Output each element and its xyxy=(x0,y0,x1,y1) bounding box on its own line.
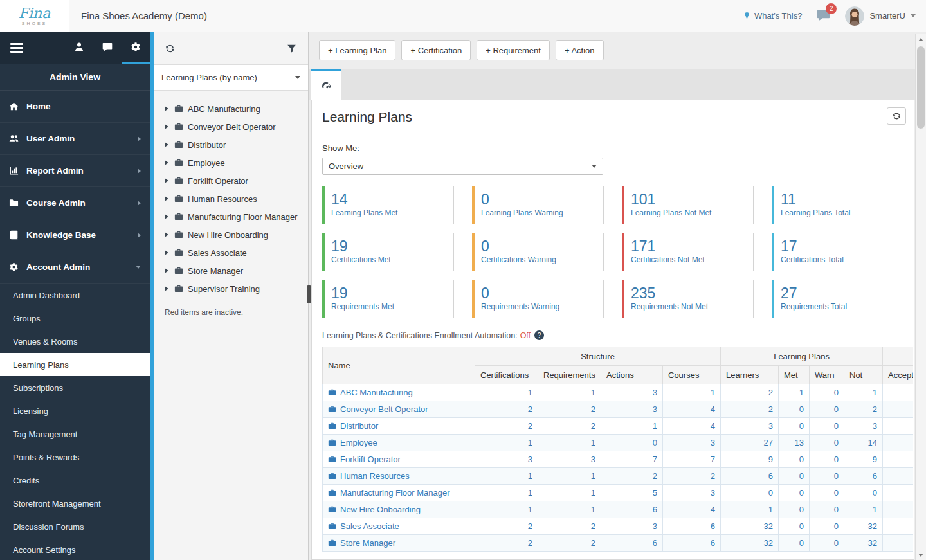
cell-met[interactable]: 13 xyxy=(779,435,810,451)
sidebar-subitem[interactable]: Licensing xyxy=(0,399,150,422)
admin-mode-button[interactable] xyxy=(122,32,150,64)
cell-courses[interactable]: 1 xyxy=(663,384,721,401)
cell-learners[interactable]: 3 xyxy=(721,418,779,435)
expand-arrow-icon[interactable] xyxy=(165,124,168,129)
sidebar-item-user-admin[interactable]: User Admin xyxy=(0,123,150,155)
tree-item[interactable]: ABC Manufacturing xyxy=(154,100,308,118)
cell-not[interactable]: 0 xyxy=(844,485,883,501)
cell-courses[interactable]: 2 xyxy=(663,468,721,485)
cell-learners[interactable]: 32 xyxy=(721,535,779,552)
scrollbar-thumb[interactable] xyxy=(917,46,925,129)
sidebar-item-knowledge-base[interactable]: Knowledge Base xyxy=(0,219,150,251)
add-requirement-button[interactable]: + Requirement xyxy=(477,40,550,60)
cell-actions[interactable]: 1 xyxy=(601,418,663,435)
app-logo[interactable]: Fina SHOES xyxy=(0,0,69,32)
sidebar-item-home[interactable]: Home xyxy=(0,91,150,123)
cell-met[interactable]: 0 xyxy=(779,501,810,518)
learning-plan-link[interactable]: Conveyor Belt Operator xyxy=(340,404,428,414)
cell-courses[interactable]: 3 xyxy=(663,435,721,451)
cell-certifications[interactable]: 1 xyxy=(475,485,538,501)
cell-warn[interactable]: 0 xyxy=(810,501,844,518)
cell-requirements[interactable]: 2 xyxy=(538,418,601,435)
learning-plan-link[interactable]: Manufacturing Floor Manager xyxy=(340,488,450,498)
stat-card[interactable]: 0 Requirements Warning xyxy=(472,280,604,318)
learning-plan-link[interactable]: Human Resources xyxy=(340,471,410,481)
expand-arrow-icon[interactable] xyxy=(165,268,168,273)
help-icon[interactable]: ? xyxy=(534,330,544,340)
cell-certifications[interactable]: 1 xyxy=(475,468,538,485)
expand-arrow-icon[interactable] xyxy=(165,214,168,219)
cell-warn[interactable]: 0 xyxy=(810,468,844,485)
cell-actions[interactable]: 3 xyxy=(601,401,663,418)
cell-met[interactable]: 0 xyxy=(779,401,810,418)
cell-certifications[interactable]: 2 xyxy=(475,401,538,418)
cell-courses[interactable]: 7 xyxy=(663,451,721,468)
cell-requirements[interactable]: 1 xyxy=(538,485,601,501)
add-certification-button[interactable]: + Certification xyxy=(401,40,471,60)
cell-actions[interactable]: 7 xyxy=(601,451,663,468)
cell-certifications[interactable]: 3 xyxy=(475,451,538,468)
cell-met[interactable]: 0 xyxy=(779,518,810,535)
messages-button[interactable]: 2 xyxy=(816,8,831,24)
expand-arrow-icon[interactable] xyxy=(165,160,168,165)
cell-not[interactable]: 32 xyxy=(844,518,883,535)
tree-item[interactable]: Human Resources xyxy=(154,190,308,208)
cell-requirements[interactable]: 1 xyxy=(538,435,601,451)
cell-requirements[interactable]: 1 xyxy=(538,468,601,485)
tree-item[interactable]: Distributor xyxy=(154,136,308,154)
user-mode-button[interactable] xyxy=(65,32,93,64)
refresh-icon[interactable] xyxy=(165,44,175,53)
stat-card[interactable]: 171 Certifications Not Met xyxy=(622,233,754,271)
tab-dashboard[interactable] xyxy=(311,69,341,100)
refresh-button[interactable] xyxy=(887,107,906,125)
sidebar-item-report-admin[interactable]: Report Admin xyxy=(0,155,150,187)
sidebar-subitem[interactable]: Groups xyxy=(0,307,150,330)
tree-sort-dropdown[interactable]: Learning Plans (by name) xyxy=(154,64,308,91)
cell-requirements[interactable]: 3 xyxy=(538,451,601,468)
cell-not[interactable]: 14 xyxy=(844,435,883,451)
cell-warn[interactable]: 0 xyxy=(810,451,844,468)
cell-not[interactable]: 32 xyxy=(844,535,883,552)
cell-learners[interactable]: 1 xyxy=(721,501,779,518)
cell-requirements[interactable]: 1 xyxy=(538,501,601,518)
cell-warn[interactable]: 0 xyxy=(810,485,844,501)
cell-courses[interactable]: 6 xyxy=(663,535,721,552)
cell-not[interactable]: 9 xyxy=(844,451,883,468)
cell-courses[interactable]: 4 xyxy=(663,401,721,418)
add-learning-plan-button[interactable]: + Learning Plan xyxy=(319,40,395,60)
cell-learners[interactable]: 6 xyxy=(721,468,779,485)
cell-learners[interactable]: 0 xyxy=(721,485,779,501)
cell-warn[interactable]: 0 xyxy=(810,518,844,535)
panel-resize-handle[interactable] xyxy=(307,285,311,303)
tree-item[interactable]: Forklift Operator xyxy=(154,172,308,190)
stat-card[interactable]: 17 Certifications Total xyxy=(772,233,903,271)
cell-certifications[interactable]: 2 xyxy=(475,418,538,435)
cell-met[interactable]: 0 xyxy=(779,535,810,552)
cell-learners[interactable]: 32 xyxy=(721,518,779,535)
whats-this-button[interactable]: What's This? xyxy=(743,11,803,21)
learning-plan-link[interactable]: Sales Associate xyxy=(340,521,399,531)
cell-requirements[interactable]: 2 xyxy=(538,535,601,552)
messages-mode-button[interactable] xyxy=(93,32,122,64)
vertical-scrollbar[interactable] xyxy=(915,34,926,560)
sidebar-subitem[interactable]: Storefront Management xyxy=(0,492,150,515)
cell-not[interactable]: 2 xyxy=(844,401,883,418)
cell-met[interactable]: 0 xyxy=(779,418,810,435)
cell-certifications[interactable]: 2 xyxy=(475,535,538,552)
cell-met[interactable]: 0 xyxy=(779,485,810,501)
cell-actions[interactable]: 3 xyxy=(601,518,663,535)
cell-courses[interactable]: 6 xyxy=(663,518,721,535)
stat-card[interactable]: 235 Requirements Not Met xyxy=(622,280,754,318)
cell-not[interactable]: 1 xyxy=(844,384,883,401)
expand-arrow-icon[interactable] xyxy=(165,178,168,183)
sidebar-subitem[interactable]: Tag Management xyxy=(0,422,150,446)
tree-item[interactable]: Conveyor Belt Operator xyxy=(154,118,308,136)
cell-actions[interactable]: 2 xyxy=(601,468,663,485)
show-me-dropdown[interactable]: Overview xyxy=(322,158,603,175)
cell-met[interactable]: 1 xyxy=(779,384,810,401)
sidebar-subitem[interactable]: Subscriptions xyxy=(0,376,150,399)
cell-requirements[interactable]: 2 xyxy=(538,518,601,535)
expand-arrow-icon[interactable] xyxy=(165,232,168,237)
learning-plan-link[interactable]: Forklift Operator xyxy=(340,455,401,464)
tree-item[interactable]: Supervisor Training xyxy=(154,280,308,298)
